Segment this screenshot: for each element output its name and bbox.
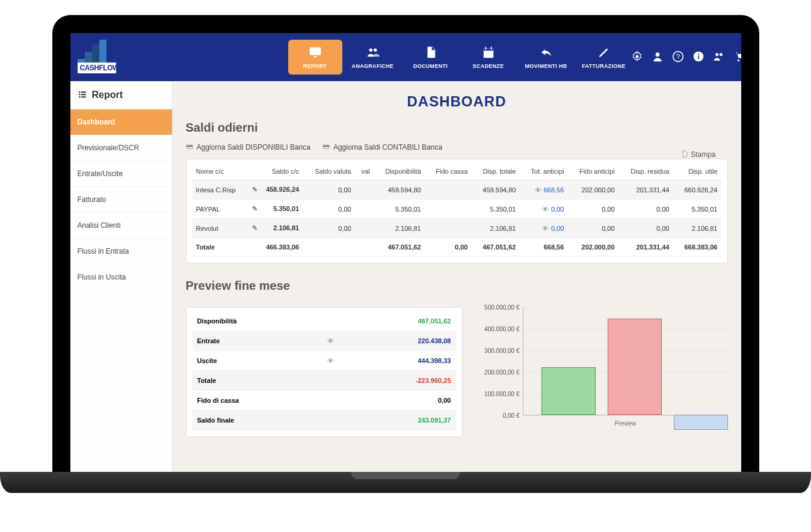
col-header: Disponibilità [374, 163, 425, 180]
saldi-table: Nome c/cSaldo c/cSaldo valutavalDisponib… [193, 163, 721, 257]
main-content: Stampa DASHBOARD Saldi odierni Aggiorna … [173, 81, 741, 472]
pencil-icon [597, 46, 611, 61]
svg-rect-13 [698, 55, 699, 59]
svg-rect-1 [313, 57, 317, 58]
eye-icon[interactable]: 👁 [535, 186, 541, 194]
svg-point-2 [369, 49, 372, 52]
cart-icon[interactable] [733, 50, 741, 64]
col-header: Nome c/c [193, 163, 248, 180]
sidebar-item-analisi-clienti[interactable]: Analisi Clienti [70, 213, 172, 239]
eye-icon[interactable]: 👁 [542, 225, 549, 232]
topbar: CASHFLOW REPORT ANAGRAFICHE DOCUMENTI SC… [70, 33, 741, 81]
sidebar-item-entrate-uscite[interactable]: Entrate/Uscite [70, 161, 172, 187]
table-total-row: Totale466.383,06467.051,620,00467.051,62… [193, 238, 721, 257]
gears-icon[interactable] [631, 50, 643, 64]
svg-point-17 [737, 60, 739, 61]
sidebar-item-flussi-entrata[interactable]: Flussi in Entrata [70, 239, 172, 264]
preview-table: Disponibilità467.051,62Entrate👁220.438,0… [193, 311, 456, 430]
svg-rect-14 [698, 54, 699, 55]
edit-icon[interactable]: ✎ [252, 186, 257, 194]
sidebar: Report Dashboard Previsionale/DSCR Entra… [70, 81, 173, 472]
y-tick-label: 500.000,00 € [475, 304, 520, 311]
svg-rect-22 [81, 91, 86, 93]
preview-heading: Preview fine mese [186, 279, 728, 293]
chart-bar [674, 415, 728, 430]
preview-row: Saldo finale243.091,37 [193, 411, 456, 430]
col-header: Saldo valuta [303, 163, 354, 180]
calendar-icon [482, 46, 495, 61]
y-tick-label: 200.000,00 € [475, 369, 520, 376]
preview-row: Uscite👁444.398,33 [193, 351, 456, 371]
sidebar-item-fatturato[interactable]: Fatturato [70, 187, 172, 213]
page-title: DASHBOARD [186, 93, 728, 110]
sidebar-item-previsionale[interactable]: Previsionale/DSCR [70, 135, 172, 161]
chart-bar [608, 319, 662, 415]
preview-row: Fido di cassa0,00 [193, 391, 456, 411]
svg-rect-26 [81, 96, 86, 97]
nav-anagrafiche[interactable]: ANAGRAFICHE [346, 40, 400, 75]
user-icon[interactable] [652, 50, 664, 64]
nav-movimenti[interactable]: MOVIMENTI HB [519, 40, 573, 75]
eye-icon[interactable]: 👁 [327, 357, 334, 364]
svg-point-16 [719, 53, 722, 56]
sidebar-item-dashboard[interactable]: Dashboard [70, 109, 172, 135]
refresh-contabili[interactable]: Aggiorna Saldi CONTABILI Banca [322, 143, 442, 151]
monitor-icon [309, 46, 322, 61]
nav-label: SCADENZE [473, 63, 504, 69]
nav-label: MOVIMENTI HB [525, 63, 567, 69]
sidebar-item-flussi-uscita[interactable]: Flussi in Uscita [70, 264, 172, 290]
nav-label: FATTURAZIONE [582, 63, 625, 69]
table-row: Revolut✎2.106,810,002.106,812.106,81👁0,0… [193, 219, 721, 238]
preview-row: Entrate👁220.438,08 [193, 331, 456, 351]
team-icon[interactable] [713, 50, 725, 64]
preview-panel: Disponibilità467.051,62Entrate👁220.438,0… [186, 307, 463, 437]
file-icon [424, 46, 437, 61]
top-icon-bar: ? [631, 50, 741, 64]
col-header: Disp. totale [471, 163, 519, 180]
info-icon[interactable] [692, 50, 705, 64]
nav-label: ANAGRAFICHE [352, 63, 394, 69]
brand-logo[interactable]: CASHFLOW [78, 42, 108, 72]
saldi-heading: Saldi odierni [186, 121, 728, 135]
nav-label: REPORT [303, 63, 327, 69]
edit-icon[interactable]: ✎ [252, 224, 257, 232]
svg-rect-7 [490, 47, 492, 50]
help-icon[interactable]: ? [672, 50, 684, 64]
nav-documenti[interactable]: DOCUMENTI [404, 40, 458, 75]
saldi-panel: Nome c/cSaldo c/cSaldo valutavalDisponib… [186, 159, 728, 263]
eye-icon[interactable]: 👁 [542, 206, 549, 213]
brand-text: CASHFLOW [78, 63, 116, 73]
svg-rect-6 [485, 47, 486, 50]
nav-report[interactable]: REPORT [288, 40, 342, 75]
svg-rect-30 [323, 146, 329, 147]
svg-rect-23 [79, 94, 81, 95]
print-button[interactable]: Stampa [681, 150, 715, 159]
card-icon [186, 143, 193, 151]
users-icon [366, 46, 380, 61]
edit-icon[interactable]: ✎ [252, 205, 257, 213]
y-tick-label: 0,00 € [475, 412, 520, 419]
svg-rect-5 [483, 49, 493, 51]
list-icon [78, 90, 87, 100]
svg-rect-24 [81, 94, 86, 95]
nav-scadenze[interactable]: SCADENZE [461, 40, 516, 75]
chart-bar [541, 367, 596, 415]
nav-fatturazione[interactable]: FATTURAZIONE [577, 40, 631, 75]
svg-point-15 [715, 53, 718, 56]
card-icon [322, 143, 330, 151]
preview-row: Totale-223.960,25 [193, 371, 456, 391]
eye-icon[interactable]: 👁 [327, 337, 334, 344]
col-header: Disp. utile [673, 163, 721, 180]
col-header: val [355, 163, 374, 180]
y-tick-label: 100.000,00 € [475, 391, 520, 397]
refresh-disponibili[interactable]: Aggiorna Saldi DISPONIBILI Banca [186, 143, 310, 151]
main-nav: REPORT ANAGRAFICHE DOCUMENTI SCADENZE MO… [288, 40, 631, 75]
col-header: Fido anticipi [567, 163, 618, 180]
sidebar-title: Report [70, 81, 172, 109]
y-tick-label: 300.000,00 € [475, 347, 520, 354]
preview-chart: Preview 0,00 €100.000,00 €200.000,00 €30… [475, 307, 728, 433]
svg-point-8 [635, 55, 638, 58]
col-header: Tot. anticipi [519, 163, 567, 180]
svg-rect-25 [79, 96, 81, 97]
svg-rect-21 [79, 91, 81, 93]
